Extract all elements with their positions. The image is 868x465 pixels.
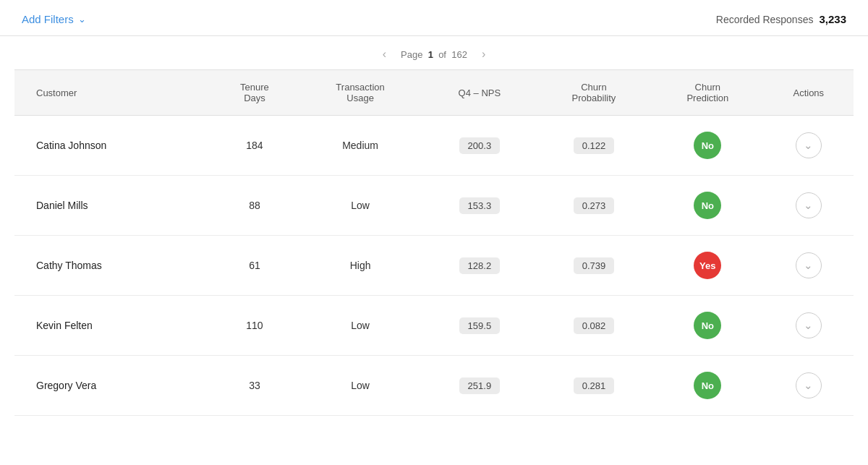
pagination-current: 1 (428, 49, 433, 60)
col-header-customer: Customer (14, 70, 212, 116)
add-filters-label: Add Filters (22, 13, 74, 25)
cell-tenure-days: 88 (212, 176, 298, 236)
cell-actions: ⌄ (764, 176, 854, 236)
action-expand-button[interactable]: ⌄ (796, 252, 822, 278)
cell-churn-probability: 0.273 (536, 176, 652, 236)
top-bar: Add Filters ⌄ Recorded Responses 3,233 (0, 0, 868, 36)
pagination-total: 162 (451, 49, 467, 60)
cell-actions: ⌄ (764, 296, 854, 356)
main-container: Add Filters ⌄ Recorded Responses 3,233 ‹… (0, 0, 868, 465)
cell-churn-probability: 0.122 (536, 116, 652, 176)
pagination: ‹ Page 1 of 162 › (0, 36, 868, 69)
action-expand-button[interactable]: ⌄ (796, 192, 822, 218)
table-row: Kevin Felten110Low159.50.082No⌄ (14, 296, 854, 356)
cell-transaction-usage: Low (297, 356, 423, 416)
col-header-actions: Actions (764, 70, 854, 116)
probability-tag: 0.122 (574, 137, 615, 154)
cell-actions: ⌄ (764, 236, 854, 296)
prediction-badge: Yes (694, 252, 721, 279)
col-header-q4-nps: Q4 – NPS (423, 70, 536, 116)
cell-q4-nps: 128.2 (423, 236, 536, 296)
action-expand-button[interactable]: ⌄ (796, 312, 822, 338)
cell-tenure-days: 110 (212, 296, 298, 356)
cell-customer: Daniel Mills (14, 176, 212, 236)
cell-actions: ⌄ (764, 116, 854, 176)
cell-q4-nps: 200.3 (423, 116, 536, 176)
cell-customer: Catina Johnson (14, 116, 212, 176)
data-table: Customer TenureDays TransactionUsage Q4 … (14, 69, 854, 416)
cell-customer: Gregory Vera (14, 356, 212, 416)
table-row: Gregory Vera33Low251.90.281No⌄ (14, 356, 854, 416)
cell-transaction-usage: Low (297, 296, 423, 356)
recorded-responses: Recorded Responses 3,233 (716, 13, 846, 25)
cell-churn-prediction: No (652, 356, 764, 416)
cell-churn-prediction: Yes (652, 236, 764, 296)
cell-churn-prediction: No (652, 176, 764, 236)
nps-tag: 251.9 (459, 377, 501, 394)
nps-tag: 153.3 (459, 197, 501, 214)
probability-tag: 0.281 (574, 377, 615, 394)
cell-customer: Kevin Felten (14, 296, 212, 356)
cell-churn-probability: 0.281 (536, 356, 652, 416)
cell-customer: Cathy Thomas (14, 236, 212, 296)
cell-q4-nps: 251.9 (423, 356, 536, 416)
cell-transaction-usage: Low (297, 176, 423, 236)
cell-transaction-usage: Medium (297, 116, 423, 176)
table-row: Cathy Thomas61High128.20.739Yes⌄ (14, 236, 854, 296)
action-expand-button[interactable]: ⌄ (796, 132, 822, 158)
pagination-of: of (438, 49, 446, 60)
cell-actions: ⌄ (764, 356, 854, 416)
recorded-responses-label: Recorded Responses (716, 14, 814, 25)
cell-transaction-usage: High (297, 236, 423, 296)
cell-q4-nps: 153.3 (423, 176, 536, 236)
prediction-badge: No (694, 372, 721, 399)
chevron-down-icon: ⌄ (78, 14, 86, 25)
prediction-badge: No (694, 192, 721, 219)
recorded-responses-count: 3,233 (819, 13, 846, 25)
probability-tag: 0.273 (574, 197, 615, 214)
cell-tenure-days: 184 (212, 116, 298, 176)
cell-tenure-days: 61 (212, 236, 298, 296)
col-header-transaction-usage: TransactionUsage (297, 70, 423, 116)
nps-tag: 159.5 (459, 317, 501, 334)
table-wrapper: Customer TenureDays TransactionUsage Q4 … (0, 69, 868, 430)
table-row: Daniel Mills88Low153.30.273No⌄ (14, 176, 854, 236)
table-row: Catina Johnson184Medium200.30.122No⌄ (14, 116, 854, 176)
pagination-next-button[interactable]: › (477, 46, 490, 62)
col-header-tenure-days: TenureDays (212, 70, 298, 116)
probability-tag: 0.082 (574, 317, 615, 334)
cell-q4-nps: 159.5 (423, 296, 536, 356)
nps-tag: 200.3 (459, 137, 501, 154)
pagination-info: Page 1 of 162 (401, 49, 467, 60)
cell-churn-prediction: No (652, 116, 764, 176)
action-expand-button[interactable]: ⌄ (796, 372, 822, 398)
cell-churn-probability: 0.082 (536, 296, 652, 356)
nps-tag: 128.2 (459, 257, 501, 274)
pagination-prefix: Page (401, 49, 422, 60)
pagination-prev-button[interactable]: ‹ (378, 46, 391, 62)
cell-churn-prediction: No (652, 296, 764, 356)
prediction-badge: No (694, 132, 721, 159)
add-filters-button[interactable]: Add Filters ⌄ (22, 13, 86, 25)
col-header-churn-probability: ChurnProbability (536, 70, 652, 116)
table-header-row: Customer TenureDays TransactionUsage Q4 … (14, 70, 854, 116)
cell-churn-probability: 0.739 (536, 236, 652, 296)
col-header-churn-prediction: ChurnPrediction (652, 70, 764, 116)
probability-tag: 0.739 (574, 257, 615, 274)
cell-tenure-days: 33 (212, 356, 298, 416)
prediction-badge: No (694, 312, 721, 339)
